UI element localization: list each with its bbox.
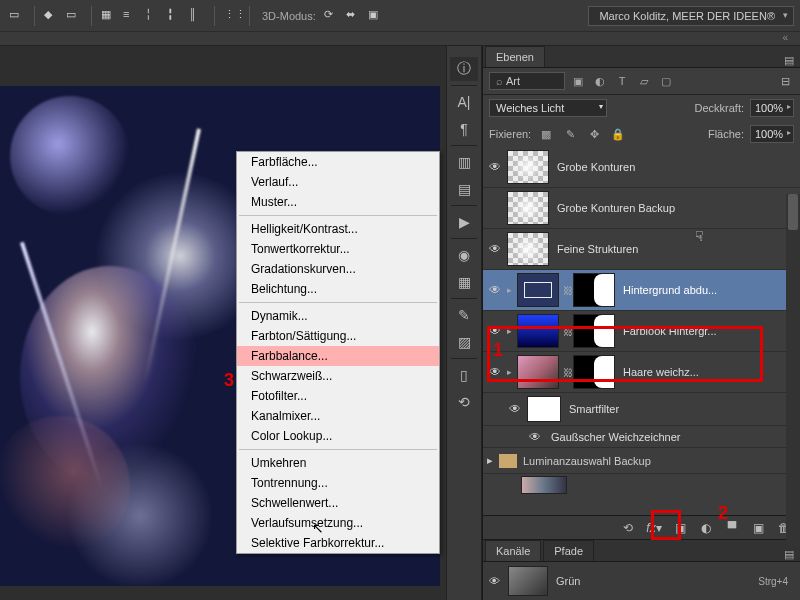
link-icon[interactable]: ⛓ xyxy=(563,367,573,378)
link-layers-icon[interactable]: ⟲ xyxy=(620,520,636,536)
opacity-input[interactable]: 100% xyxy=(750,99,794,117)
visibility-icon[interactable]: 👁 xyxy=(487,283,503,297)
layer-mask-thumbnail[interactable] xyxy=(573,355,615,389)
brush-presets-icon[interactable]: ▨ xyxy=(450,330,478,354)
menu-item[interactable]: Umkehren xyxy=(237,453,439,473)
expand-icon[interactable]: ▸ xyxy=(507,326,517,336)
filter-pixel-icon[interactable]: ▣ xyxy=(569,73,587,89)
layer-thumbnail[interactable] xyxy=(517,355,559,389)
orbit-icon[interactable]: ⟳ xyxy=(324,8,340,24)
layer-fx-icon[interactable]: fx▾ xyxy=(646,520,662,536)
link-icon[interactable]: ⛓ xyxy=(563,285,573,296)
fill-input[interactable]: 100% xyxy=(750,125,794,143)
menu-item[interactable]: Schwarzweiß... xyxy=(237,366,439,386)
panel-menu-icon[interactable]: ▤ xyxy=(778,54,800,67)
menu-item[interactable]: Muster... xyxy=(237,192,439,212)
smartfilter-row[interactable]: 👁Smartfilter xyxy=(483,393,800,426)
menu-item[interactable]: Fotofilter... xyxy=(237,386,439,406)
menu-item[interactable]: Tontrennung... xyxy=(237,473,439,493)
align-icon[interactable]: ≡ xyxy=(123,8,139,24)
link-icon[interactable]: ⛓ xyxy=(563,326,573,337)
paragraph-panel-icon[interactable]: ¶ xyxy=(450,117,478,141)
layer-name[interactable]: Hintergrund abdu... xyxy=(619,284,796,296)
layer-name[interactable]: Haare weichz... xyxy=(619,366,782,378)
layer-thumbnail[interactable] xyxy=(507,150,549,184)
blend-mode-select[interactable]: Weiches Licht xyxy=(489,99,607,117)
tool-preset-icon[interactable]: ▭ xyxy=(9,8,25,24)
layer-name[interactable]: Grobe Konturen xyxy=(553,161,796,173)
align3-icon[interactable]: ╏ xyxy=(167,8,183,24)
paths-tab[interactable]: Pfade xyxy=(543,540,594,561)
channels-menu-icon[interactable]: ▤ xyxy=(778,548,800,561)
filter-type-icon[interactable]: T xyxy=(613,73,631,89)
character-panel-icon[interactable]: A| xyxy=(450,90,478,114)
layers-tab[interactable]: Ebenen xyxy=(485,46,545,67)
lock-transparent-icon[interactable]: ▩ xyxy=(537,126,555,142)
pan-icon[interactable]: ⬌ xyxy=(346,8,362,24)
align4-icon[interactable]: ║ xyxy=(189,8,205,24)
menu-item[interactable]: Schwellenwert... xyxy=(237,493,439,513)
menu-item[interactable]: Verlauf... xyxy=(237,172,439,192)
menu-item[interactable]: Farbton/Sättigung... xyxy=(237,326,439,346)
menu-item[interactable]: Selektive Farbkorrektur... xyxy=(237,533,439,553)
channel-row[interactable]: 👁 Grün Strg+4 xyxy=(483,562,800,600)
layer-row[interactable]: 👁▸⛓Haare weichz...◉ xyxy=(483,352,800,393)
menu-item[interactable]: Kanalmixer... xyxy=(237,406,439,426)
channels-shortcut-icon[interactable]: ▤ xyxy=(450,177,478,201)
actions-panel-icon[interactable]: ▶ xyxy=(450,210,478,234)
dist-icon[interactable]: ⋮⋮ xyxy=(224,8,240,24)
filter-shape-icon[interactable]: ▱ xyxy=(635,73,653,89)
new-layer-icon[interactable]: ▣ xyxy=(750,520,766,536)
grid-icon[interactable]: ▦ xyxy=(101,8,117,24)
menu-item[interactable]: Dynamik... xyxy=(237,306,439,326)
lock-pixels-icon[interactable]: ✎ xyxy=(561,126,579,142)
filter-adjust-icon[interactable]: ◐ xyxy=(591,73,609,89)
ruler-icon[interactable]: ▭ xyxy=(66,8,82,24)
layers-scrollbar[interactable] xyxy=(786,194,800,546)
layer-row[interactable]: 👁Feine Strukturen xyxy=(483,229,800,270)
filter-effect-row[interactable]: 👁Gaußscher Weichzeichner≡ xyxy=(483,426,800,448)
brush-panel-icon[interactable]: ✎ xyxy=(450,303,478,327)
color-panel-icon[interactable]: ▦ xyxy=(450,270,478,294)
layer-row[interactable]: 👁▸⛓Hintergrund abdu... xyxy=(483,270,800,311)
adjustment-layer-icon[interactable]: ◐ xyxy=(698,520,714,536)
menu-item[interactable]: Color Lookup... xyxy=(237,426,439,446)
layer-mask-thumbnail[interactable] xyxy=(573,273,615,307)
visibility-icon[interactable]: 👁 xyxy=(487,324,503,338)
layer-mask-thumbnail[interactable] xyxy=(573,314,615,348)
visibility-icon[interactable]: 👁 xyxy=(487,160,503,174)
menu-item[interactable]: Helligkeit/Kontrast... xyxy=(237,219,439,239)
filter-toggle-icon[interactable]: ⊟ xyxy=(776,73,794,89)
expand-icon[interactable]: ▸ xyxy=(507,367,517,377)
menu-item[interactable]: Gradationskurven... xyxy=(237,259,439,279)
layer-group-row[interactable]: ▸Luminanzauswahl Backup xyxy=(483,448,800,474)
layer-name[interactable]: Feine Strukturen xyxy=(553,243,796,255)
layer-row[interactable]: 👁▸⛓Farblook Hintergr... xyxy=(483,311,800,352)
visibility-icon[interactable]: 👁 xyxy=(507,402,523,416)
layer-thumbnail[interactable] xyxy=(517,273,559,307)
filter-mask-thumbnail[interactable] xyxy=(527,396,561,422)
layer-name[interactable]: Farblook Hintergr... xyxy=(619,325,796,337)
layer-thumbnail[interactable] xyxy=(507,191,549,225)
channels-tab[interactable]: Kanäle xyxy=(485,540,541,561)
menu-item[interactable]: Farbfläche... xyxy=(237,152,439,172)
lock-all-icon[interactable]: 🔒 xyxy=(609,126,627,142)
layer-thumbnail[interactable] xyxy=(507,232,549,266)
layer-filter-type[interactable]: Art xyxy=(489,72,565,90)
history-panel-icon[interactable]: ⟲ xyxy=(450,390,478,414)
workspace-selector[interactable]: Marco Kolditz, MEER DER IDEEN® xyxy=(588,6,794,26)
layer-name[interactable]: Grobe Konturen Backup xyxy=(553,202,796,214)
filter-smart-icon[interactable]: ▢ xyxy=(657,73,675,89)
visibility-icon[interactable]: 👁 xyxy=(487,365,503,379)
expand-icon[interactable]: ▸ xyxy=(507,285,517,295)
align2-icon[interactable]: ╎ xyxy=(145,8,161,24)
layer-mask-icon[interactable]: ▣ xyxy=(672,520,688,536)
layer-row[interactable]: 👁Grobe Konturen xyxy=(483,147,800,188)
layer-row[interactable]: Grobe Konturen Backup xyxy=(483,188,800,229)
eyedropper-icon[interactable]: ◆ xyxy=(44,8,60,24)
dolly-icon[interactable]: ▣ xyxy=(368,8,384,24)
visibility-icon[interactable]: 👁 xyxy=(527,430,543,444)
menu-item[interactable]: Farbbalance... xyxy=(237,346,439,366)
visibility-icon[interactable]: 👁 xyxy=(489,575,500,587)
lock-position-icon[interactable]: ✥ xyxy=(585,126,603,142)
